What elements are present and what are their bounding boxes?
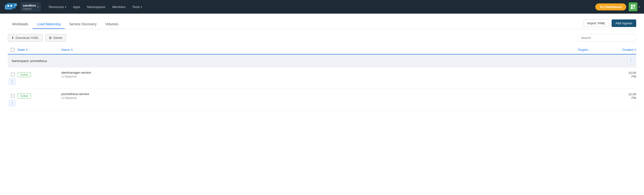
- state-sort-icon: ⇅: [26, 48, 28, 51]
- created-sort-icon: ⇅: [634, 48, 636, 51]
- tab-bar: Workloads Load Balancing Service Discove…: [8, 19, 636, 29]
- table-row: Active prometheus-service L4 Balancer 10…: [8, 89, 636, 110]
- row-more-icon-2[interactable]: ⋮: [9, 100, 16, 107]
- org-default: Default: [23, 7, 36, 10]
- nav-tools[interactable]: Tools ▾: [129, 3, 145, 11]
- row-name-cell-2: prometheus-service L4 Balancer: [61, 92, 578, 100]
- add-ingress-button[interactable]: Add Ingress: [612, 19, 636, 27]
- name-sort-icon: ⇅: [71, 48, 73, 51]
- svg-rect-6: [631, 7, 633, 9]
- user-avatar[interactable]: [629, 2, 638, 11]
- row-checkbox-cell-2[interactable]: [8, 94, 18, 98]
- header-right: Try Dashboard ▾: [595, 2, 640, 11]
- namespace-menu-button[interactable]: ⋮: [626, 57, 636, 64]
- row-type-1: L4 Balancer: [61, 75, 578, 78]
- namespace-group-prometheus: Namespace: prometheus ⋮: [8, 54, 636, 67]
- import-yaml-button[interactable]: Import YAML: [584, 19, 609, 27]
- search-input[interactable]: [578, 34, 636, 42]
- table-header: State ⇅ Name ⇅ Targets Created ⇅: [8, 45, 636, 54]
- download-icon: ⬇: [12, 36, 14, 40]
- row-checkbox-1[interactable]: [11, 73, 14, 76]
- svg-rect-4: [631, 5, 633, 6]
- row-menu-2[interactable]: ⋮: [8, 100, 18, 107]
- row-checkbox-2[interactable]: [11, 94, 14, 98]
- tab-load-balancing[interactable]: Load Balancing: [33, 20, 65, 29]
- nav-resources[interactable]: Resources ▾: [46, 3, 69, 11]
- svg-rect-5: [633, 5, 635, 6]
- tab-volumes[interactable]: Volumes: [101, 20, 123, 29]
- main-content: Workloads Load Balancing Service Discove…: [0, 14, 644, 116]
- toolbar-left: ⬇ Download YAML 🗑 Delete: [8, 34, 575, 42]
- ingress-table: State ⇅ Name ⇅ Targets Created ⇅ Namespa…: [8, 45, 636, 110]
- nav-apps[interactable]: Apps: [70, 3, 83, 11]
- status-badge: Active: [18, 94, 31, 98]
- row-name-cell-1: alertmanager-service L4 Balancer: [61, 71, 578, 78]
- select-all-checkbox[interactable]: [11, 48, 14, 51]
- logo[interactable]: [4, 1, 18, 12]
- toolbar: ⬇ Download YAML 🗑 Delete: [8, 34, 636, 42]
- row-menu-1[interactable]: ⋮: [8, 78, 18, 85]
- tab-service-discovery[interactable]: Service Discovery: [65, 20, 101, 29]
- org-name: sandbox: [23, 4, 36, 7]
- tab-actions: Import YAML Add Ingress: [584, 19, 636, 29]
- table-row: Active alertmanager-service L4 Balancer …: [8, 67, 636, 89]
- delete-button[interactable]: 🗑 Delete: [45, 34, 66, 42]
- svg-point-3: [10, 5, 12, 7]
- row-created-cell-2: 10:06 PM: [626, 92, 636, 100]
- nav-members[interactable]: Members: [109, 3, 128, 11]
- row-created-cell-1: 10:06 PM: [626, 71, 636, 78]
- user-caret-icon[interactable]: ▾: [639, 5, 640, 8]
- col-header-targets: Targets: [578, 48, 626, 51]
- svg-point-2: [7, 5, 9, 7]
- row-state-cell-1: Active: [18, 72, 61, 77]
- trash-icon: 🗑: [49, 36, 52, 40]
- row-name-1[interactable]: alertmanager-service: [61, 71, 578, 74]
- tab-workloads[interactable]: Workloads: [8, 20, 33, 29]
- try-dashboard-button[interactable]: Try Dashboard: [595, 3, 626, 10]
- download-yaml-button[interactable]: ⬇ Download YAML: [8, 34, 42, 42]
- row-name-2[interactable]: prometheus-service: [61, 92, 578, 96]
- svg-rect-7: [633, 7, 635, 9]
- row-type-2: L4 Balancer: [61, 96, 578, 100]
- row-state-cell-2: Active: [18, 94, 61, 98]
- status-badge: Active: [18, 72, 31, 77]
- resources-caret-icon: ▾: [65, 5, 66, 8]
- org-selector[interactable]: sandbox Default ▾: [20, 2, 41, 12]
- col-header-state[interactable]: State ⇅: [18, 48, 61, 51]
- col-header-created[interactable]: Created ⇅: [626, 48, 636, 51]
- row-checkbox-cell-1[interactable]: [8, 73, 18, 76]
- namespace-more-icon[interactable]: ⋮: [628, 57, 634, 64]
- main-header: sandbox Default ▾ Resources ▾ Apps Names…: [0, 0, 644, 14]
- col-header-name[interactable]: Name ⇅: [61, 48, 578, 51]
- namespace-label: Namespace: prometheus: [8, 59, 626, 63]
- main-nav: Resources ▾ Apps Namespaces Members Tool…: [46, 3, 595, 11]
- tools-caret-icon: ▾: [141, 5, 142, 8]
- select-all-checkbox-cell[interactable]: [8, 48, 18, 51]
- row-more-icon-1[interactable]: ⋮: [9, 78, 16, 85]
- nav-namespaces[interactable]: Namespaces: [84, 3, 108, 11]
- org-caret-icon: ▾: [37, 5, 38, 8]
